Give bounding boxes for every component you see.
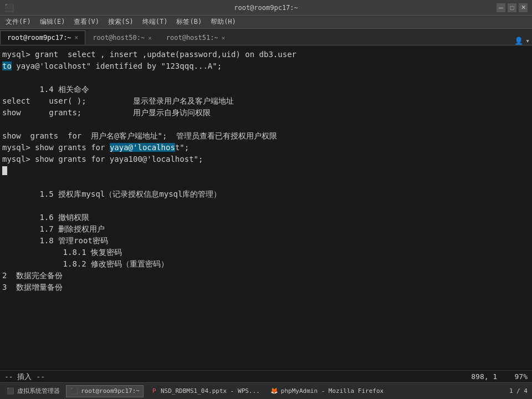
firefox-icon: 🦊 [270,387,279,396]
terminal-content: mysql> grant select , insert ,update(pas… [0,45,532,370]
title-bar-left: ⬛ [4,3,14,12]
tab-label: root@host50:~ [93,34,145,42]
terminal-line: 1.4 相关命令 [2,84,530,95]
taskbar-firefox-label: phpMyAdmin - Mozilla Firefox [281,387,383,395]
highlight-to: to [2,62,12,70]
terminal-line: 2 数据完全备份 [2,270,530,282]
menu-help[interactable]: 帮助(H) [207,16,239,28]
status-bar: -- 插入 -- 898, 1 97% [0,370,532,382]
taskbar-wps[interactable]: P NSD_RDBMS1_04.pptx - WPS... [146,385,264,397]
taskbar-page-indicator: 1 / 4 [509,387,530,395]
terminal-line: 1.7 删除授权用户 [2,223,530,235]
taskbar: ⬛ 虚拟系统管理器 ⬛ root@room9pc17:~ P NSD_RDBMS… [0,382,532,399]
taskbar-wps-label: NSD_RDBMS1_04.pptx - WPS... [161,387,260,395]
highlight-yaya: yaya@'localhos [110,143,175,152]
terminal-line: 1.6 撤销权限 [2,212,530,223]
tab-label: root@host51:~ [166,34,218,42]
terminal-line [2,200,530,212]
maximize-button[interactable]: □ [508,3,516,12]
tab-close-host51[interactable]: ✕ [222,34,226,42]
cursor [2,166,7,175]
terminal-line: select user( ); 显示登录用户名及客户端地址 [2,95,530,107]
tab-bar: root@room9pc17:~ ✕ root@host50:~ ✕ root@… [0,29,532,45]
cursor-position: 898, 1 [471,372,497,381]
taskbar-vm-label: 虚拟系统管理器 [17,387,60,395]
vim-mode: -- 插入 -- [4,372,471,382]
terminal-line: to yaya@'localhost" identified by "123qq… [2,60,530,72]
terminal-line: 1.5 授权库mysql（记录授权信息mysql库的管理） [2,188,530,200]
minimize-button[interactable]: ─ [497,3,505,12]
status-spacer [497,372,514,381]
terminal-line: 1.8 管理root密码 [2,235,530,247]
terminal-icon: ⬛ [70,387,79,396]
terminal-line [2,72,530,84]
terminal-line: show grants; 用户显示自身访问权限 [2,107,530,119]
terminal-line [2,119,530,130]
tab-close-room9pc17[interactable]: ✕ [75,34,79,41]
terminal-line [2,177,530,188]
tab-room9pc17[interactable]: root@room9pc17:~ ✕ [0,30,85,45]
terminal-line: mysql> show grants for yaya100@'localhos… [2,154,530,165]
tab-list-icon[interactable]: 👤 [514,37,523,45]
taskbar-terminal-label: root@room9pc17:~ [81,387,140,395]
tab-host51[interactable]: root@host51:~ ✕ [159,30,233,45]
menu-edit[interactable]: 编辑(E) [37,16,69,28]
menu-file[interactable]: 文件(F) [2,16,34,28]
title-bar: ⬛ root@room9pc17:~ ─ □ ✕ [0,0,532,16]
taskbar-firefox[interactable]: 🦊 phpMyAdmin - Mozilla Firefox [266,385,387,397]
taskbar-terminal[interactable]: ⬛ root@room9pc17:~ [66,385,144,397]
scroll-percentage: 97% [515,372,528,381]
tab-label: root@room9pc17:~ [7,34,71,42]
terminal-line: mysql> show grants for yaya@'localhost"; [2,142,530,154]
app-icon: ⬛ [4,3,14,12]
window-controls: ─ □ ✕ [497,3,528,12]
terminal-line: 1.8.2 修改密码（重置密码） [2,258,530,270]
terminal-line: 1.8.1 恢复密码 [2,247,530,258]
tab-host50[interactable]: root@host50:~ ✕ [85,30,159,45]
terminal-line: show grants for 用户名@客户端地址"; 管理员查看已有授权用户权… [2,130,530,142]
window-title: root@room9pc17:~ [234,4,298,12]
menu-search[interactable]: 搜索(S) [105,16,137,28]
tab-chevron-icon[interactable]: ▾ [525,37,530,45]
menu-bar: 文件(F) 编辑(E) 查看(V) 搜索(S) 终端(T) 标签(B) 帮助(H… [0,16,532,29]
terminal-line: mysql> grant select , insert ,update(pas… [2,49,530,60]
terminal-line: 3 数据增量备份 [2,282,530,293]
terminal-cursor-line [2,165,530,177]
wps-icon: P [150,387,158,396]
menu-terminal[interactable]: 终端(T) [139,16,171,28]
tab-bar-controls: 👤 ▾ [512,37,532,45]
tab-close-host50[interactable]: ✕ [148,34,152,42]
menu-tags[interactable]: 标签(B) [173,16,205,28]
taskbar-vm-manager[interactable]: ⬛ 虚拟系统管理器 [2,385,64,397]
menu-view[interactable]: 查看(V) [70,16,103,28]
close-button[interactable]: ✕ [519,3,528,12]
vm-icon: ⬛ [6,387,15,396]
